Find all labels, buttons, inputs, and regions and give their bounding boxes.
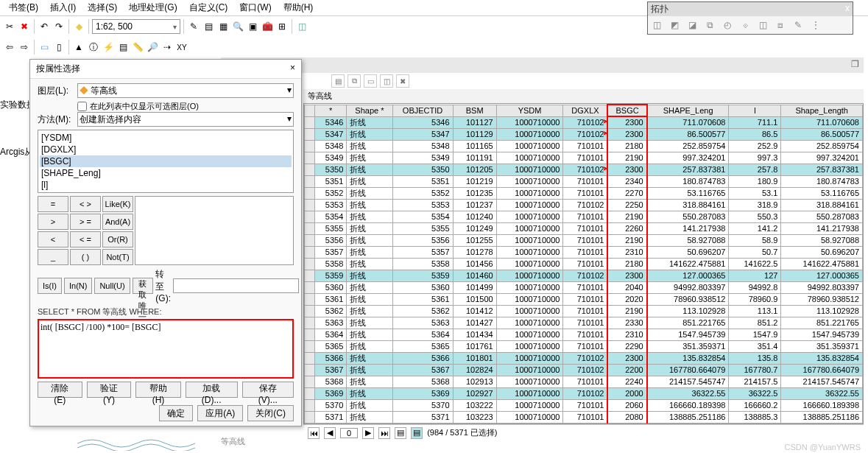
clear-selection-icon[interactable]: ▯ (52, 41, 66, 54)
find-icon[interactable]: 🔎 (146, 41, 159, 54)
scale-combo[interactable]: 1:62, 500▾ (92, 19, 180, 34)
ok-button[interactable]: 确定 (159, 405, 193, 421)
op-gte[interactable]: > = (70, 214, 101, 230)
only-selectable-checkbox[interactable] (77, 102, 87, 111)
table-row[interactable]: 5369折线5369102927100071000071010220003632… (305, 387, 863, 399)
column-header[interactable]: Shape_Length (781, 105, 863, 116)
column-header[interactable]: BSM (453, 105, 496, 116)
table-row[interactable]: 5350折线53501012051000710000710102➤2300257… (305, 164, 863, 175)
undo-icon[interactable]: ↶ (38, 20, 51, 33)
nav-prev-icon[interactable]: ◀ (324, 427, 336, 439)
catalog-icon[interactable]: ▦ (216, 20, 230, 33)
func-is[interactable]: Is(I) (38, 278, 62, 294)
clear-button[interactable]: 清除(E) (38, 382, 82, 398)
table-row[interactable]: 5355折线535510124910007100007101012260141.… (305, 222, 863, 234)
table-row[interactable]: 5348折线534810116510007100007101012180252.… (305, 140, 863, 152)
op-lte[interactable]: < = (70, 231, 101, 247)
python-icon[interactable]: ▣ (246, 20, 259, 33)
column-header[interactable]: YSDM (496, 105, 563, 116)
op-ne[interactable]: < > (70, 196, 101, 212)
editor-icon[interactable]: ✎ (187, 20, 200, 33)
close-button[interactable]: 关闭(C) (247, 405, 294, 421)
field-item-selected[interactable]: [BSGC] (40, 155, 292, 167)
func-unique[interactable]: 获取唯一值(V) (133, 278, 154, 294)
table-row[interactable]: 5361折线5361101500100071000071010120207896… (305, 293, 863, 305)
op-gt[interactable]: > (38, 214, 68, 230)
nav-next-icon[interactable]: ▶ (362, 427, 374, 439)
column-header[interactable]: l (729, 105, 781, 116)
verify-button[interactable]: 验证(Y) (87, 382, 132, 398)
field-item[interactable]: [SHAPE_Leng] (40, 167, 292, 179)
nav-show-all-icon[interactable]: ▤ (395, 427, 406, 439)
menu-select[interactable]: 选择(S) (82, 0, 123, 15)
topology-icon-1[interactable]: ◫ (649, 18, 664, 32)
column-header[interactable]: Shape * (347, 105, 392, 116)
menu-bookmark[interactable]: 书签(B) (3, 0, 44, 15)
menu-help[interactable]: 帮助(H) (278, 0, 320, 15)
op-not[interactable]: Not(T) (102, 249, 133, 265)
column-header[interactable]: DGXLX (563, 105, 608, 116)
forward-icon[interactable]: ⇨ (18, 41, 31, 54)
hyperlink-icon[interactable]: ⚡ (102, 41, 115, 54)
table-row[interactable]: 5367折线5367102824100071000071010222001677… (305, 364, 863, 376)
op-lt[interactable]: < (38, 231, 68, 247)
table-row[interactable]: 5358折线5358101456100071000071010121801416… (305, 258, 863, 270)
table-row[interactable]: 5353折线535310123710007100007101022250318.… (305, 199, 863, 211)
layer-icon[interactable]: ◫ (295, 20, 308, 33)
layer-combo[interactable]: ◆ 等高线 ▾ (77, 83, 294, 98)
attribute-grid[interactable]: *Shape *OBJECTIDBSMYSDMDGXLXBSGCSHAPE_Le… (303, 103, 864, 424)
op-and[interactable]: And(A) (102, 214, 133, 230)
column-header[interactable]: SHAPE_Leng (647, 105, 729, 116)
table-options-icon[interactable]: ▤ (331, 74, 345, 88)
restore-window-icon[interactable]: ❐ (851, 59, 859, 71)
menu-insert[interactable]: 插入(I) (44, 0, 82, 15)
table-row[interactable]: 5363折线536310142710007100007101012330851.… (305, 317, 863, 329)
close-icon[interactable]: ✖ (18, 20, 31, 33)
save-button[interactable]: 保存(V)... (242, 382, 294, 398)
back-icon[interactable]: ⇦ (3, 41, 16, 54)
op-parens[interactable]: ( ) (70, 249, 101, 265)
redo-icon[interactable]: ↷ (52, 20, 66, 33)
nav-first-icon[interactable]: ⏮ (308, 427, 320, 439)
table-row[interactable]: 5346折线53461011271000710000710102➤2300711… (305, 116, 863, 128)
field-item[interactable]: [YSDM] (40, 132, 292, 144)
add-data-icon[interactable]: ◆ (72, 20, 85, 33)
table-zoom-icon[interactable]: ◫ (380, 74, 393, 88)
func-null[interactable]: Null(U) (94, 278, 130, 294)
topology-icon-8[interactable]: ⧈ (773, 18, 788, 32)
table-row[interactable]: 5365折线536510176110007100007101012290351.… (305, 340, 863, 352)
menu-window[interactable]: 窗口(W) (233, 0, 277, 15)
search-icon[interactable]: 🔍 (231, 20, 244, 33)
table-row[interactable]: 5357折线53571012781000710000710101231050.6… (305, 246, 863, 258)
table-row[interactable]: 5349折线534910119110007100007101012190997.… (305, 152, 863, 164)
field-list[interactable]: [YSDM] [DGXLX] [BSGC] [SHAPE_Leng] [l] (38, 130, 294, 193)
table-close-icon[interactable]: ✖ (396, 74, 409, 88)
measure-icon[interactable]: 📏 (131, 41, 144, 54)
pointer-icon[interactable]: ▲ (72, 41, 85, 54)
topology-icon-7[interactable]: ◫ (755, 18, 770, 32)
topology-icon-2[interactable]: ◩ (667, 18, 682, 32)
table-row[interactable]: 5368折线5368102913100071000071010122402141… (305, 376, 863, 387)
nav-last-icon[interactable]: ⏭ (378, 427, 390, 439)
method-combo[interactable]: 创建新选择内容▾ (77, 112, 294, 127)
field-item[interactable]: [DGXLX] (40, 144, 292, 155)
table-row[interactable]: 5366折线536610180110007100007101022300135.… (305, 352, 863, 364)
table-row[interactable]: 5364折线5364101434100071000071010123101547… (305, 329, 863, 340)
field-item[interactable]: [l] (40, 179, 292, 191)
select-features-icon[interactable]: ▭ (38, 41, 51, 54)
load-button[interactable]: 加载(D)... (186, 382, 238, 398)
select-by-attributes-dialog[interactable]: 按属性选择 × 图层(L): ◆ 等高线 ▾ 在此列表中仅显示可选图层(O) 方… (29, 59, 302, 426)
table-row[interactable]: 5370折线5370103222100071000071010120601666… (305, 399, 863, 411)
toolbox-icon[interactable]: 🧰 (261, 20, 274, 33)
apply-button[interactable]: 应用(A) (197, 405, 243, 421)
goto-input[interactable] (173, 278, 299, 293)
table-select-icon[interactable]: ▭ (364, 74, 377, 88)
menu-geoprocessing[interactable]: 地理处理(G) (123, 0, 183, 15)
expression-textarea[interactable] (40, 322, 291, 373)
identify-icon[interactable]: ⓘ (87, 41, 100, 54)
column-header[interactable]: OBJECTID (392, 105, 453, 116)
menu-customize[interactable]: 自定义(C) (183, 0, 234, 15)
topology-icon-4[interactable]: ⧉ (702, 18, 717, 32)
op-like[interactable]: Like(K) (102, 196, 133, 212)
table-row[interactable]: 5354折线535410124010007100007101012190550.… (305, 211, 863, 222)
